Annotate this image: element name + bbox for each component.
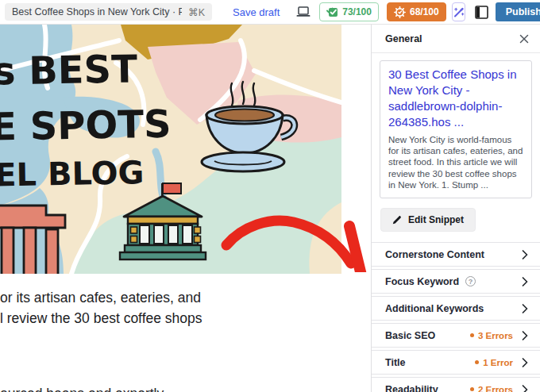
section-label: Additional Keywords xyxy=(385,303,484,314)
save-draft-button[interactable]: Save draft xyxy=(233,6,280,18)
panel-title: General xyxy=(385,33,422,44)
question-mark-icon[interactable] xyxy=(465,276,476,286)
salmon-building-illustration xyxy=(0,206,65,274)
paragraph-line2: l review the 30 best coffee shops xyxy=(0,308,349,329)
section-basic-seo[interactable]: Basic SEO 3 Errors xyxy=(372,323,540,348)
settings-sidebar-toggle[interactable] xyxy=(475,3,488,21)
chevron-right-icon xyxy=(522,304,528,313)
ai-assistant-button[interactable] xyxy=(452,2,465,21)
magic-wand-icon xyxy=(453,6,465,18)
section-cornerstone-content[interactable]: Cornerstone Content xyxy=(372,242,540,267)
post-paragraph-clipped: ourced beans and expertly xyxy=(0,386,349,392)
section-label: Cornerstone Content xyxy=(385,249,484,260)
chevron-right-icon xyxy=(522,385,528,392)
close-icon[interactable] xyxy=(519,34,529,44)
command-shortcut-label: ⌘K xyxy=(188,6,205,18)
headline-line1: s BEST xyxy=(0,46,138,93)
sidebar-body: 30 Best Coffee Shops in New York City - … xyxy=(372,53,540,392)
chevron-right-icon xyxy=(522,358,528,367)
post-paragraph[interactable]: or its artisan cafes, eateries, and l re… xyxy=(0,287,349,329)
trueseo-score-value: 73/100 xyxy=(342,6,372,17)
snippet-title-link[interactable]: 30 Best Coffee Shops in New York City - … xyxy=(388,67,524,130)
chevron-right-icon xyxy=(522,331,528,340)
section-label: Readability xyxy=(385,384,438,392)
error-badge: 2 Errors xyxy=(470,385,513,392)
pencil-icon xyxy=(392,215,402,225)
trueseo-score-badge[interactable]: 73/100 xyxy=(319,2,379,21)
publish-button[interactable]: Publish xyxy=(496,2,540,21)
section-label: Title xyxy=(385,357,405,368)
headline-score-badge[interactable]: 68/100 xyxy=(387,2,446,21)
paragraph-line1: or its artisan cafes, eateries, and xyxy=(0,287,349,308)
section-additional-keywords[interactable]: Additional Keywords xyxy=(372,296,540,321)
section-focus-keyword[interactable]: Focus Keyword xyxy=(372,269,540,294)
editor-canvas: s BEST E SPOTS EL BLOG xyxy=(0,25,371,392)
error-badge: 1 Error xyxy=(475,358,513,367)
gear-badge-icon xyxy=(394,6,406,18)
section-label: Focus Keyword xyxy=(385,276,459,287)
chevron-right-icon xyxy=(522,277,528,286)
seo-sections: Cornerstone Content Focus Keyword Additi… xyxy=(372,242,540,392)
edit-snippet-button[interactable]: Edit Snippet xyxy=(380,208,476,232)
error-badge: 3 Errors xyxy=(470,331,513,340)
sidebar-toggle-icon xyxy=(475,6,488,19)
preview-button[interactable] xyxy=(296,4,310,20)
section-title[interactable]: Title 1 Error xyxy=(372,350,540,375)
headline-line3: EL BLOG xyxy=(0,154,145,193)
laptop-icon xyxy=(296,6,310,17)
headline-score-value: 68/100 xyxy=(410,6,439,17)
headline-line2: E SPOTS xyxy=(0,102,172,149)
seo-sidebar-panel: General 30 Best Coffee Shops in New York… xyxy=(371,25,540,392)
editor-topbar: Best Coffee Shops in New York City · Pos… xyxy=(0,0,540,25)
sidebar-header: General xyxy=(372,25,540,53)
chevron-right-icon xyxy=(522,250,528,259)
check-badge-icon xyxy=(326,6,338,17)
snippet-preview: 30 Best Coffee Shops in New York City - … xyxy=(380,60,532,198)
section-readability[interactable]: Readability 2 Errors xyxy=(372,377,540,392)
document-title: Best Coffee Shops in New York City · Pos… xyxy=(12,6,182,17)
featured-image-illustration[interactable]: s BEST E SPOTS EL BLOG xyxy=(0,25,341,274)
edit-snippet-label: Edit Snippet xyxy=(408,214,464,225)
section-label: Basic SEO xyxy=(385,330,435,341)
snippet-description: New York City is world-famous for its ar… xyxy=(388,134,524,190)
command-palette[interactable]: Best Coffee Shops in New York City · Pos… xyxy=(5,3,212,21)
